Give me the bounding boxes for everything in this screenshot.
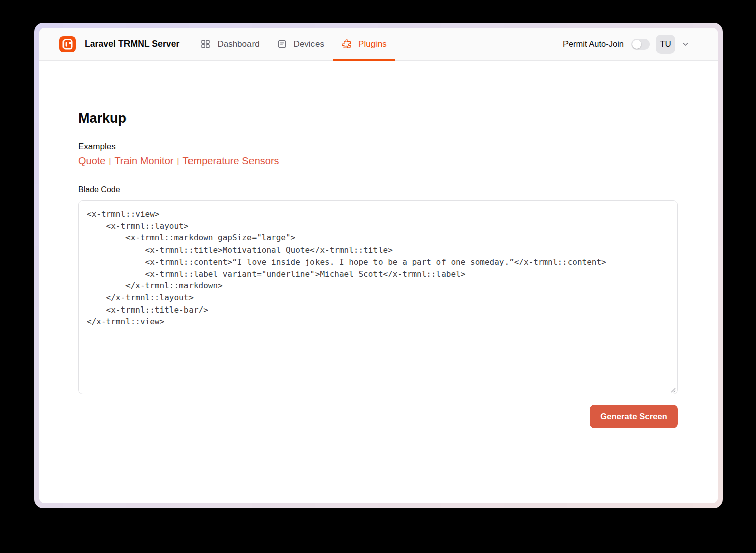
app-window: Laravel TRMNL Server Dashboard: [39, 28, 718, 503]
plugins-puzzle-icon: [341, 39, 352, 49]
blade-code-container: <x-trmnl::view> <x-trmnl::layout> <x-trm…: [78, 200, 678, 394]
nav-item-devices[interactable]: Devices: [268, 28, 333, 60]
page-title: Markup: [78, 110, 678, 127]
link-separator: |: [173, 157, 182, 165]
toggle-knob: [632, 40, 641, 49]
nav-item-plugins[interactable]: Plugins: [333, 28, 395, 60]
example-link-temperature-sensors[interactable]: Temperature Sensors: [182, 155, 279, 166]
devices-icon: [277, 39, 287, 49]
avatar-initials: TU: [660, 39, 671, 49]
example-link-quote[interactable]: Quote: [78, 155, 105, 166]
button-row: Generate Screen: [78, 405, 678, 428]
user-avatar[interactable]: TU: [656, 35, 675, 54]
nav-label-devices: Devices: [294, 39, 324, 49]
link-separator: |: [105, 157, 114, 165]
nav-label-plugins: Plugins: [358, 39, 387, 49]
textarea-resize-handle[interactable]: [670, 386, 676, 392]
permit-auto-join-label: Permit Auto-Join: [563, 39, 624, 49]
dashboard-grid-icon: [200, 39, 211, 49]
app-header: Laravel TRMNL Server Dashboard: [39, 28, 718, 61]
chevron-down-icon[interactable]: [681, 40, 690, 48]
example-links: Quote|Train Monitor|Temperature Sensors: [78, 154, 678, 169]
main-nav: Dashboard Devices: [192, 28, 395, 60]
header-right: Permit Auto-Join TU: [563, 28, 690, 60]
brand: Laravel TRMNL Server: [59, 28, 179, 60]
generate-screen-button[interactable]: Generate Screen: [590, 405, 678, 428]
nav-item-dashboard[interactable]: Dashboard: [192, 28, 268, 60]
trmnl-logo-icon: [59, 36, 76, 52]
permit-auto-join-toggle[interactable]: [631, 39, 650, 50]
blade-code-label: Blade Code: [78, 184, 678, 195]
nav-label-dashboard: Dashboard: [217, 39, 259, 49]
app-title: Laravel TRMNL Server: [85, 39, 179, 49]
blade-code-textarea[interactable]: <x-trmnl::view> <x-trmnl::layout> <x-trm…: [78, 200, 678, 394]
window-frame: Laravel TRMNL Server Dashboard: [34, 23, 723, 508]
main-content: Markup Examples Quote|Train Monitor|Temp…: [39, 61, 718, 503]
example-link-train-monitor[interactable]: Train Monitor: [114, 155, 173, 166]
examples-label: Examples: [78, 141, 678, 153]
